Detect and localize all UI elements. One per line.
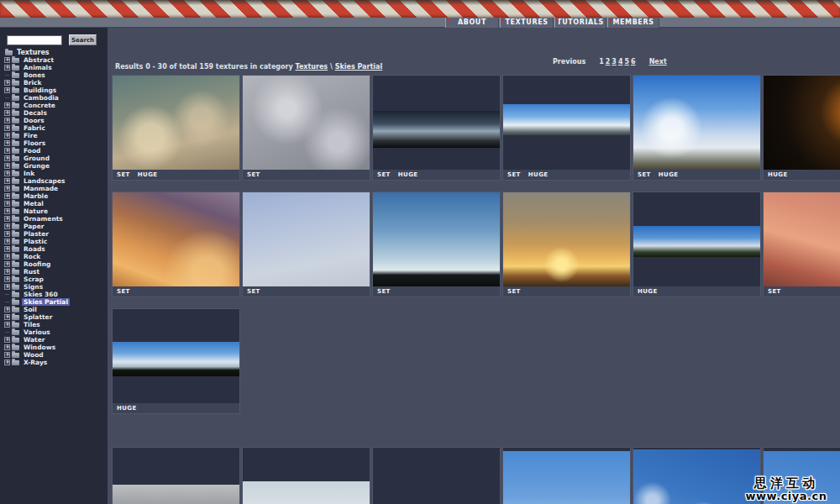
texture-thumbnail-gray-storm-clouds[interactable]: SET bbox=[242, 75, 370, 181]
expand-plus-icon[interactable] bbox=[4, 201, 10, 207]
dark-storm-pano-preview-image[interactable] bbox=[373, 76, 500, 171]
download-huge-link[interactable]: HUGE bbox=[138, 171, 158, 178]
dark-sunset-glow-preview-image[interactable] bbox=[764, 76, 840, 171]
sidebar-item-decals[interactable]: Decals bbox=[3, 109, 107, 117]
download-set-link[interactable]: SET bbox=[768, 288, 781, 295]
texture-thumbnail-evening-silhouette[interactable]: SET bbox=[372, 192, 501, 297]
download-set-link[interactable]: SET bbox=[507, 288, 521, 295]
blue-sky-pano-3-preview-image[interactable] bbox=[113, 309, 239, 404]
download-huge-link[interactable]: HUGE bbox=[638, 288, 658, 295]
download-huge-link[interactable]: HUGE bbox=[659, 171, 679, 178]
expand-plus-icon[interactable] bbox=[4, 171, 10, 176]
sidebar-item-paper[interactable]: Paper bbox=[3, 223, 107, 230]
sidebar-item-floors[interactable]: Floors bbox=[3, 139, 107, 147]
tab-members[interactable]: MEMBERS bbox=[607, 18, 659, 28]
sidebar-item-water[interactable]: Water bbox=[3, 336, 107, 344]
expand-plus-icon[interactable] bbox=[4, 118, 10, 123]
expand-plus-icon[interactable] bbox=[4, 337, 10, 343]
expand-plus-icon[interactable] bbox=[4, 87, 10, 93]
gray-storm-clouds-preview-image[interactable] bbox=[243, 76, 370, 171]
sidebar-item-landscapes[interactable]: Landscapes bbox=[3, 177, 107, 185]
sidebar-item-skies-360[interactable]: Skies 360 bbox=[3, 291, 107, 298]
sidebar-item-rock[interactable]: Rock bbox=[3, 253, 107, 260]
expand-plus-icon[interactable] bbox=[4, 223, 10, 229]
download-set-link[interactable]: SET bbox=[638, 171, 651, 178]
texture-thumbnail-gray-cloud-pano[interactable] bbox=[112, 447, 240, 504]
pale-sky-low-preview-image[interactable] bbox=[243, 448, 370, 504]
expand-plus-icon[interactable] bbox=[4, 284, 10, 290]
sidebar-item-soil[interactable]: Soil bbox=[3, 306, 107, 313]
evening-silhouette-preview-image[interactable] bbox=[373, 192, 500, 287]
sidebar-item-fire[interactable]: Fire bbox=[3, 132, 107, 139]
expand-plus-icon[interactable] bbox=[4, 208, 10, 214]
expand-plus-icon[interactable] bbox=[4, 246, 10, 252]
breadcrumb-category-link[interactable]: Textures bbox=[296, 63, 328, 71]
expand-plus-icon[interactable] bbox=[4, 163, 10, 169]
sidebar-item-cambodia[interactable]: Cambodia bbox=[3, 94, 107, 102]
tab-tutorials[interactable]: TUTORIALS bbox=[554, 18, 606, 28]
sidebar-item-various[interactable]: Various bbox=[3, 328, 107, 336]
sidebar-item-scrap[interactable]: Scrap bbox=[3, 276, 107, 283]
pink-sunset-clouds-preview-image[interactable] bbox=[764, 192, 840, 287]
sidebar-item-signs[interactable]: Signs bbox=[3, 283, 107, 291]
sidebar-item-metal[interactable]: Metal bbox=[3, 200, 107, 207]
expand-plus-icon[interactable] bbox=[4, 360, 10, 365]
expand-plus-icon[interactable] bbox=[4, 65, 10, 71]
download-set-link[interactable]: SET bbox=[117, 288, 130, 295]
expand-plus-icon[interactable] bbox=[4, 186, 10, 192]
sidebar-item-ornaments[interactable]: Ornaments bbox=[3, 215, 107, 223]
expand-plus-icon[interactable] bbox=[4, 148, 10, 154]
tab-textures[interactable]: TEXTURES bbox=[500, 18, 554, 28]
expand-plus-icon[interactable] bbox=[4, 102, 10, 108]
download-set-link[interactable]: SET bbox=[117, 171, 130, 178]
download-set-link[interactable]: SET bbox=[247, 171, 260, 178]
sidebar-item-marble[interactable]: Marble bbox=[3, 192, 107, 200]
texture-thumbnail-orange-sunset-clouds[interactable]: SET bbox=[112, 192, 240, 297]
sidebar-item-x-rays[interactable]: X-Rays bbox=[3, 359, 107, 366]
sidebar-item-nature[interactable]: Nature bbox=[3, 207, 107, 215]
sidebar-item-roads[interactable]: Roads bbox=[3, 245, 107, 253]
download-huge-link[interactable]: HUGE bbox=[528, 171, 549, 178]
expand-plus-icon[interactable] bbox=[4, 193, 10, 199]
search-input[interactable] bbox=[7, 35, 62, 45]
deep-blue-cloud-preview-image[interactable] bbox=[373, 448, 500, 504]
sidebar-item-ground[interactable]: Ground bbox=[3, 155, 107, 162]
expand-plus-icon[interactable] bbox=[4, 133, 10, 139]
page-link-6[interactable]: 6 bbox=[631, 58, 636, 66]
expand-plus-icon[interactable] bbox=[4, 276, 10, 282]
expand-plus-icon[interactable] bbox=[4, 307, 10, 312]
expand-plus-icon[interactable] bbox=[4, 110, 10, 116]
sidebar-item-plaster[interactable]: Plaster bbox=[3, 230, 107, 238]
sidebar-item-grunge[interactable]: Grunge bbox=[3, 162, 107, 170]
next-page-button[interactable]: Next bbox=[649, 58, 667, 66]
texture-thumbnail-dark-sunset-glow[interactable]: HUGE bbox=[763, 75, 840, 181]
sidebar-item-bones[interactable]: Bones bbox=[3, 71, 107, 79]
expand-plus-icon[interactable] bbox=[4, 216, 10, 222]
page-link-2[interactable]: 2 bbox=[606, 58, 611, 66]
expand-plus-icon[interactable] bbox=[4, 344, 10, 350]
blue-sky-pano-2-preview-image[interactable] bbox=[633, 192, 760, 287]
expand-plus-icon[interactable] bbox=[4, 125, 10, 131]
expand-plus-icon[interactable] bbox=[4, 57, 10, 63]
download-set-link[interactable]: SET bbox=[507, 171, 521, 178]
texture-thumbnail-blue-sky-pano-3[interactable]: HUGE bbox=[112, 308, 240, 414]
expand-plus-icon[interactable] bbox=[4, 269, 10, 275]
expand-plus-icon[interactable] bbox=[4, 314, 10, 320]
sidebar-item-food[interactable]: Food bbox=[3, 147, 107, 155]
blue-sky-trees-preview-image[interactable] bbox=[633, 76, 760, 171]
download-set-link[interactable]: SET bbox=[377, 288, 391, 295]
orange-sunset-clouds-preview-image[interactable] bbox=[113, 192, 239, 287]
sidebar-item-rust[interactable]: Rust bbox=[3, 268, 107, 276]
page-link-5[interactable]: 5 bbox=[624, 58, 629, 66]
texture-thumbnail-aerial-cloud-tops[interactable]: SETHUGE bbox=[112, 75, 240, 181]
sidebar-item-doors[interactable]: Doors bbox=[3, 117, 107, 124]
expand-plus-icon[interactable] bbox=[4, 254, 10, 260]
download-set-link[interactable]: SET bbox=[377, 171, 391, 178]
texture-thumbnail-deep-blue-cloud[interactable] bbox=[372, 447, 501, 504]
sidebar-item-wood[interactable]: Wood bbox=[3, 351, 107, 359]
sidebar-item-skies-partial[interactable]: Skies Partial bbox=[3, 298, 107, 306]
sidebar-item-windows[interactable]: Windows bbox=[3, 344, 107, 351]
blue-cloud-1-preview-image[interactable] bbox=[503, 448, 630, 504]
sidebar-item-brick[interactable]: Brick bbox=[3, 79, 107, 87]
sidebar-item-abstract[interactable]: Abstract bbox=[3, 56, 107, 64]
